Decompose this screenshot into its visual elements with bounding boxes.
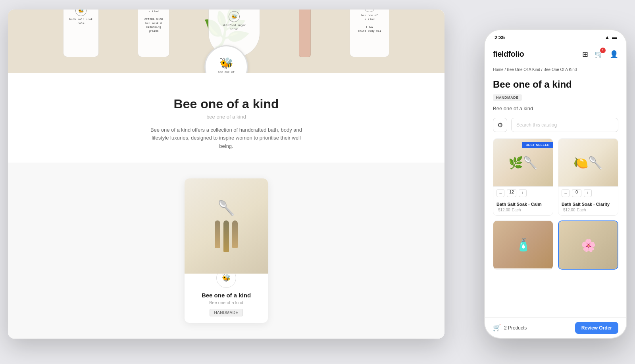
bee-icon-3: 🐝 (229, 11, 240, 22)
hero-product-4 (299, 10, 311, 57)
handmade-badge-label: HANDMADE (493, 94, 522, 101)
app-logo: fieldfolio (493, 50, 524, 59)
qty-value-clarity[interactable]: 0 (572, 189, 581, 197)
mobile-footer: 🛒 2 Products Review Order (485, 317, 626, 338)
product-info-calm: Bath Salt Soak - Calm $12.00Each (493, 199, 553, 215)
product-controls-clarity: − 0 + (558, 186, 618, 199)
brand-title: Bee one of a kind (16, 97, 437, 111)
product-showcase: 🥄 🐝 Bee one of a kind Bee one of a kind (8, 163, 444, 339)
product-name-calm: Bath Salt Soak - Calm (496, 202, 550, 207)
logo-bee-icon: 🐝 (219, 57, 233, 70)
product-card-calm[interactable]: 🌿🥄 BEST SELLER − 12 + Bath Sal (493, 138, 553, 216)
product-card-badge: HANDMADE (210, 309, 242, 316)
product-card-name: Bee one of a kind (191, 292, 262, 299)
search-input-wrap[interactable]: Search this catalog (511, 118, 618, 132)
user-icon[interactable]: 👤 (610, 50, 618, 59)
footer-cart-count: 2 Products (504, 325, 527, 331)
hero-product-1: 🐝 bath salt soak.calm. (63, 10, 99, 57)
product-image-row2-2: 🌸 (559, 221, 618, 269)
qty-decrease-clarity[interactable]: − (562, 189, 570, 197)
product-card[interactable]: 🥄 🐝 Bee one of a kind Bee one of a kind (185, 178, 268, 323)
qty-control-clarity: − 0 + (562, 189, 592, 197)
breadcrumb-brand[interactable]: Bee One Of A Kind (507, 67, 540, 72)
desktop-mockup: 🐝 bath salt soak.calm. 🐝 bee one ofa kin… (8, 10, 444, 339)
cart-icon[interactable]: 🛒 1 (595, 50, 603, 59)
mobile-mockup: 2:35 ▲ ▬ fieldfolio ⊞ 🛒 1 👤 Home / Bee O… (484, 29, 627, 339)
product-controls-calm: − 12 + (493, 186, 553, 199)
brand-subtitle: bee one of a kind (16, 114, 437, 120)
product-image-clarity-visual: 🍋🥄 (573, 156, 603, 170)
product-label-2: bee one ofa kindGEISHA GLOWbee mask &cle… (144, 10, 163, 33)
brand-description: Bee one of a kind offers a collection of… (147, 126, 306, 151)
qty-decrease-calm[interactable]: − (496, 189, 504, 197)
product-name-clarity: Bath Salt Soak - Clarity (562, 202, 615, 207)
product-image-row2-1: 🧴 (493, 221, 553, 268)
product-price-clarity: $12.00Each (562, 207, 615, 212)
product-card-clarity[interactable]: 🍋🥄 − 0 + Bath Salt Soak - Clarity (558, 138, 618, 216)
footer-cart-info: 🛒 2 Products (493, 324, 527, 331)
status-time: 2:35 (495, 34, 505, 40)
mobile-breadcrumb: Home / Bee One Of A Kind / Bee One Of A … (485, 64, 626, 75)
product-label-1: bath salt soak.calm. (69, 18, 93, 26)
search-bar: ⚙ Search this catalog (493, 118, 618, 132)
status-icons: ▲ ▬ (605, 34, 617, 40)
product-image-calm-visual: 🌿🥄 (508, 156, 538, 170)
mobile-status-bar: 2:35 ▲ ▬ (485, 30, 626, 44)
bee-icon-5: 🐝 (364, 10, 375, 12)
review-order-button[interactable]: Review Order (575, 322, 618, 334)
product-image-clarity: 🍋🥄 (558, 139, 618, 186)
products-grid: 🌿🥄 BEST SELLER − 12 + Bath Sal (493, 138, 618, 216)
logo-text: bee one ofa kind (218, 71, 235, 73)
battery-icon: ▬ (612, 34, 617, 40)
hero-product-5: 🐝 bee one ofa kindLUNAshine body oil (350, 10, 389, 57)
product-info-clarity: Bath Salt Soak - Clarity $12.00Each (558, 199, 618, 215)
mobile-brand-title: Bee one of a kind (493, 79, 618, 90)
breadcrumb-current: Bee One Of A Kind (543, 67, 577, 72)
breadcrumb-home[interactable]: Home (493, 67, 504, 72)
wifi-icon: ▲ (605, 34, 610, 40)
qty-increase-clarity[interactable]: + (584, 189, 592, 197)
mobile-scroll-area: Bee one of a kind HANDMADE Bee one of a … (485, 75, 626, 318)
product-label-3: skinfood sugarscrub (223, 24, 246, 32)
cart-badge: 1 (600, 48, 606, 53)
product-card-row2-1[interactable]: 🧴 (493, 220, 553, 270)
hero-area: 🐝 bath salt soak.calm. 🐝 bee one ofa kin… (8, 10, 444, 73)
product-image-row2-2-visual: 🌸 (581, 238, 596, 252)
product-card-body: 🐝 Bee one of a kind Bee one of a kind HA… (185, 274, 268, 323)
mobile-header: fieldfolio ⊞ 🛒 1 👤 (485, 44, 626, 64)
product-card-image: 🥄 (185, 178, 268, 274)
search-placeholder: Search this catalog (516, 122, 557, 128)
product-label-5: bee one ofa kindLUNAshine body oil (358, 14, 381, 33)
product-image-row2-1-visual: 🧴 (516, 238, 531, 252)
header-icons: ⊞ 🛒 1 👤 (582, 50, 618, 59)
best-seller-badge: BEST SELLER (522, 142, 553, 148)
product-card-row2-2[interactable]: 🌸 (558, 220, 618, 270)
product-card-brand: Bee one of a kind (191, 300, 262, 305)
products-row-2: 🧴 🌸 (493, 220, 618, 270)
product-image-calm: 🌿🥄 BEST SELLER (493, 139, 553, 186)
product-price-calm: $12.00Each (496, 207, 550, 212)
filter-button[interactable]: ⚙ (493, 118, 507, 132)
qty-control-calm: − 12 + (496, 189, 527, 197)
hero-product-2: 🐝 bee one ofa kindGEISHA GLOWbee mask &c… (138, 10, 169, 57)
brand-info-section: Bee one of a kind bee one of a kind Bee … (8, 73, 444, 163)
grid-icon[interactable]: ⊞ (582, 50, 588, 59)
footer-cart-icon: 🛒 (493, 324, 501, 331)
bee-icon-1: 🐝 (75, 10, 87, 16)
qty-value-calm[interactable]: 12 (507, 189, 516, 197)
mobile-handmade-badge: HANDMADE (493, 93, 618, 105)
qty-increase-calm[interactable]: + (519, 189, 527, 197)
mobile-brand-name: Bee one of a kind (493, 105, 618, 111)
scene: 🐝 bath salt soak.calm. 🐝 bee one ofa kin… (8, 10, 627, 354)
